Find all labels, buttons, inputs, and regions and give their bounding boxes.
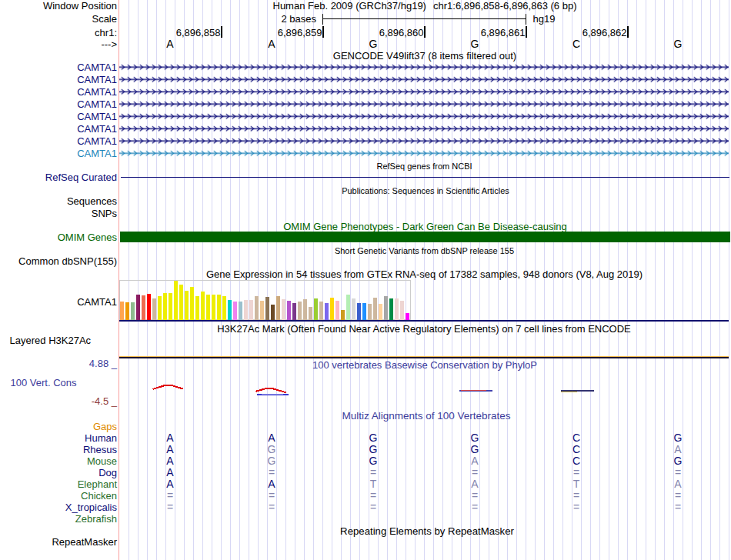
svg-text:Scale: Scale <box>92 13 117 25</box>
svg-text:hg19: hg19 <box>533 13 556 25</box>
svg-text:A: A <box>268 38 275 50</box>
svg-text:chr1:6,896,858-6,896,863 (6 bp: chr1:6,896,858-6,896,863 (6 bp) <box>433 0 576 12</box>
svg-text:H3K27Ac Mark (Often Found Near: H3K27Ac Mark (Often Found Near Active Re… <box>217 323 631 335</box>
svg-text:Common dbSNP(155): Common dbSNP(155) <box>18 255 117 267</box>
svg-text:G: G <box>471 443 479 455</box>
svg-text:=: = <box>573 466 579 478</box>
svg-text:=: = <box>167 489 173 502</box>
svg-text:Zebrafish: Zebrafish <box>75 513 117 525</box>
svg-text:=: = <box>675 466 681 478</box>
svg-text:C: C <box>572 432 580 444</box>
svg-text:T: T <box>573 478 580 490</box>
svg-text:SNPs: SNPs <box>92 208 118 219</box>
svg-text:CAMTA1: CAMTA1 <box>77 123 117 135</box>
svg-text:--->: ---> <box>101 38 117 50</box>
svg-text:Mouse: Mouse <box>87 455 117 467</box>
svg-text:=: = <box>269 501 275 513</box>
svg-text:Window Position: Window Position <box>43 0 117 12</box>
svg-text:=: = <box>675 501 681 513</box>
svg-text:RepeatMasker: RepeatMasker <box>52 536 117 548</box>
svg-text:=: = <box>269 489 275 502</box>
svg-text:Human Feb. 2009 (GRCh37/hg19): Human Feb. 2009 (GRCh37/hg19) <box>273 0 426 12</box>
svg-text:=: = <box>269 466 275 478</box>
svg-text:Multiz Alignments of 100 Verte: Multiz Alignments of 100 Vertebrates <box>342 410 510 422</box>
svg-text:A: A <box>166 443 174 455</box>
svg-text:100 vertebrates Basewise Conse: 100 vertebrates Basewise Conservation by… <box>312 359 537 371</box>
svg-text:=: = <box>573 489 579 502</box>
svg-text:Dog: Dog <box>98 467 117 478</box>
svg-text:CAMTA1: CAMTA1 <box>77 148 117 159</box>
svg-text:=: = <box>472 466 478 478</box>
svg-text:=: = <box>370 501 376 513</box>
svg-text:A: A <box>471 455 479 467</box>
svg-text:=: = <box>675 489 681 502</box>
svg-text:RefSeq genes from NCBI: RefSeq genes from NCBI <box>376 162 472 171</box>
svg-text:6,896,859: 6,896,859 <box>278 27 322 38</box>
svg-text:Gaps: Gaps <box>93 421 118 432</box>
svg-text:G: G <box>674 455 683 467</box>
svg-text:2 bases: 2 bases <box>281 13 316 25</box>
svg-text:OMIM Genes: OMIM Genes <box>58 232 118 243</box>
svg-text:6,896,861: 6,896,861 <box>481 27 526 38</box>
svg-text:A: A <box>471 478 479 490</box>
svg-text:G: G <box>471 432 479 444</box>
svg-text:C: C <box>572 38 580 50</box>
svg-text:G: G <box>369 38 378 50</box>
svg-text:CAMTA1: CAMTA1 <box>77 98 117 110</box>
svg-text:C: C <box>572 455 580 467</box>
svg-text:Elephant: Elephant <box>78 478 118 490</box>
svg-text:X_tropicalis: X_tropicalis <box>65 502 118 513</box>
svg-text:A: A <box>166 38 174 50</box>
svg-text:GENCODE V49lift37 (8 items fil: GENCODE V49lift37 (8 items filtered out) <box>333 50 516 62</box>
svg-text:6,896,858: 6,896,858 <box>176 27 221 38</box>
svg-text:T: T <box>370 478 377 490</box>
svg-text:A: A <box>268 478 275 490</box>
svg-text:6,896,862: 6,896,862 <box>582 27 627 38</box>
svg-text:=: = <box>472 501 478 513</box>
svg-text:=: = <box>573 501 579 513</box>
svg-text:Publications: Sequences in Sci: Publications: Sequences in Scientific Ar… <box>342 186 509 195</box>
svg-text:=: = <box>472 489 478 502</box>
svg-text:6,896,860: 6,896,860 <box>379 27 424 38</box>
svg-text:=: = <box>370 466 376 478</box>
svg-text:100 Vert. Cons: 100 Vert. Cons <box>11 377 77 388</box>
svg-text:Human: Human <box>85 432 117 444</box>
svg-text:G: G <box>268 443 276 455</box>
svg-text:CAMTA1: CAMTA1 <box>77 62 117 73</box>
svg-text:A: A <box>166 466 174 478</box>
svg-text:CAMTA1: CAMTA1 <box>77 135 117 147</box>
svg-text:=: = <box>167 501 173 513</box>
svg-text:A: A <box>166 432 174 444</box>
svg-text:Sequences: Sequences <box>67 195 118 207</box>
svg-text:C: C <box>572 443 580 455</box>
svg-text:G: G <box>674 432 683 444</box>
svg-text:-4.5 _: -4.5 _ <box>92 395 118 407</box>
svg-text:4.88 _: 4.88 _ <box>89 358 118 369</box>
svg-text:Short Genetic Variants from db: Short Genetic Variants from dbSNP releas… <box>335 246 514 255</box>
svg-text:G: G <box>471 38 479 50</box>
svg-text:CAMTA1: CAMTA1 <box>77 74 117 85</box>
svg-text:CAMTA1: CAMTA1 <box>77 111 117 122</box>
svg-text:A: A <box>268 432 275 444</box>
svg-text:CAMTA1: CAMTA1 <box>77 86 117 98</box>
svg-text:A: A <box>674 478 682 490</box>
svg-text:Chicken: Chicken <box>81 490 117 502</box>
svg-text:G: G <box>369 432 378 444</box>
svg-text:Repeating Elements by RepeatMa: Repeating Elements by RepeatMasker <box>340 525 514 537</box>
svg-text:G: G <box>268 455 276 467</box>
svg-text:G: G <box>369 455 378 467</box>
svg-text:=: = <box>370 489 376 502</box>
svg-text:A: A <box>166 455 174 467</box>
svg-text:RefSeq Curated: RefSeq Curated <box>45 172 117 183</box>
svg-text:OMIM Gene Phenotypes - Dark Gr: OMIM Gene Phenotypes - Dark Green Can Be… <box>283 221 567 232</box>
svg-text:chr1:: chr1: <box>95 27 117 38</box>
svg-text:Rhesus: Rhesus <box>83 444 118 455</box>
svg-text:G: G <box>674 38 683 50</box>
svg-text:CAMTA1: CAMTA1 <box>77 296 117 308</box>
svg-text:Layered H3K27Ac: Layered H3K27Ac <box>10 335 92 346</box>
svg-text:A: A <box>674 443 682 455</box>
svg-text:A: A <box>166 478 174 490</box>
svg-text:G: G <box>369 443 378 455</box>
svg-text:Gene Expression in 54 tissues: Gene Expression in 54 tissues from GTEx … <box>206 268 643 280</box>
